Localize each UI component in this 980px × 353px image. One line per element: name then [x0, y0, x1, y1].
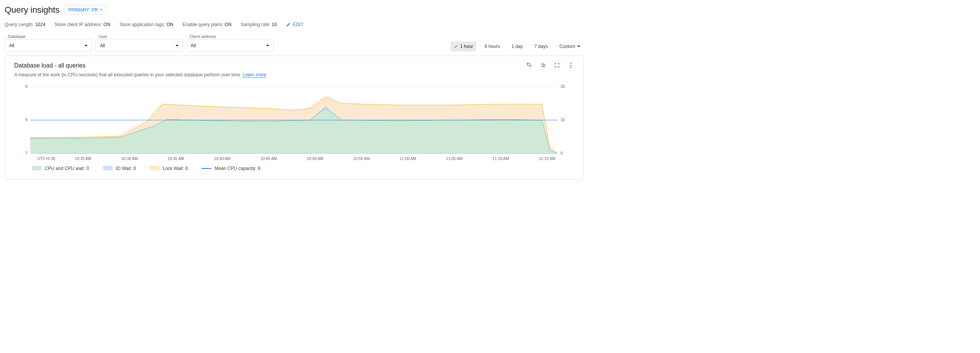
- chart-card: Database load - all queries A measure of…: [5, 56, 583, 180]
- svg-text:10:45 AM: 10:45 AM: [260, 156, 277, 160]
- filter-user-select[interactable]: All: [95, 40, 183, 51]
- database-load-chart: 78901020UTC+5:3010:25 AM10:30 AM10:35 AM…: [14, 84, 574, 163]
- svg-text:10:25 AM: 10:25 AM: [75, 156, 91, 160]
- svg-text:11:05 AM: 11:05 AM: [446, 156, 463, 160]
- svg-text:11:10 AM: 11:10 AM: [492, 156, 509, 160]
- svg-text:10:55 AM: 10:55 AM: [353, 156, 370, 160]
- time-range-7days[interactable]: 7 days: [531, 41, 551, 51]
- filter-user-label: User: [95, 34, 183, 39]
- page-title: Query insights: [5, 5, 60, 15]
- svg-text:7: 7: [25, 151, 28, 155]
- svg-text:11:15 AM: 11:15 AM: [539, 156, 555, 160]
- learn-more-link[interactable]: Learn more: [243, 72, 266, 78]
- chart-card-title: Database load - all queries: [14, 62, 266, 69]
- time-range: 1 hour 6 hours 1 day 7 days Custom: [450, 41, 583, 51]
- filter-client-select[interactable]: All: [186, 40, 274, 51]
- chevron-down-icon: [84, 45, 88, 46]
- legend-toggle-icon[interactable]: [540, 62, 546, 68]
- pencil-icon: [286, 22, 291, 27]
- setting-query-plans: Enable query plans: ON: [182, 22, 231, 27]
- legend-cpu[interactable]: CPU and CPU wait: 0: [32, 166, 89, 171]
- svg-text:8: 8: [25, 118, 28, 122]
- filter-database-select[interactable]: All: [5, 40, 92, 51]
- swatch-line-icon: [202, 168, 211, 168]
- time-range-1hour[interactable]: 1 hour: [450, 41, 477, 51]
- svg-text:10:35 AM: 10:35 AM: [167, 156, 184, 160]
- setting-store-tags: Store application tags: ON: [119, 22, 173, 27]
- svg-text:10:50 AM: 10:50 AM: [307, 156, 323, 160]
- setting-store-ip: Store client IP address: ON: [55, 22, 110, 27]
- check-icon: [454, 44, 458, 48]
- svg-text:10:30 AM: 10:30 AM: [121, 156, 138, 160]
- svg-text:10:40 AM: 10:40 AM: [214, 156, 230, 160]
- svg-text:UTC+5:30: UTC+5:30: [37, 156, 55, 160]
- time-range-6hours[interactable]: 6 hours: [482, 41, 503, 51]
- legend-mean[interactable]: Mean CPU capacity: 8: [202, 166, 260, 171]
- edit-button[interactable]: EDIT: [286, 22, 303, 27]
- time-range-1day[interactable]: 1 day: [508, 41, 526, 51]
- svg-text:11:00 AM: 11:00 AM: [400, 156, 416, 160]
- primary-chip-label: PRIMARY: PR: [68, 7, 98, 13]
- more-options-icon[interactable]: [568, 62, 574, 68]
- svg-text:20: 20: [560, 84, 565, 89]
- primary-instance-chip[interactable]: PRIMARY: PR: [64, 5, 106, 15]
- filter-database-label: Database: [5, 34, 92, 39]
- legend-io[interactable]: IO Wait: 0: [103, 166, 136, 171]
- svg-text:10: 10: [560, 118, 565, 122]
- settings-row: Query Length: 1024 Store client IP addre…: [5, 22, 583, 27]
- swatch-blue-icon: [103, 167, 113, 170]
- edit-label: EDIT: [293, 22, 303, 27]
- zoom-reset-icon[interactable]: [526, 62, 533, 68]
- chevron-down-icon: [577, 46, 580, 47]
- time-range-custom[interactable]: Custom: [556, 41, 583, 51]
- fullscreen-icon[interactable]: [554, 62, 560, 68]
- swatch-orange-icon: [150, 167, 159, 170]
- chevron-down-icon: [175, 45, 179, 46]
- filter-client-label: Client address: [186, 34, 274, 39]
- svg-text:9: 9: [25, 84, 28, 89]
- chevron-down-icon: [266, 45, 269, 46]
- chevron-down-icon: [100, 9, 102, 10]
- legend-lock[interactable]: Lock Wait: 0: [150, 166, 188, 171]
- setting-sampling-rate: Sampling rate: 10: [241, 22, 277, 27]
- chart-legend: CPU and CPU wait: 0 IO Wait: 0 Lock Wait…: [14, 163, 574, 171]
- svg-text:0: 0: [560, 151, 563, 155]
- swatch-green-icon: [32, 167, 41, 170]
- chart-card-desc: A measure of the work (in CPU-seconds) t…: [14, 72, 266, 78]
- setting-query-length: Query Length: 1024: [5, 22, 45, 27]
